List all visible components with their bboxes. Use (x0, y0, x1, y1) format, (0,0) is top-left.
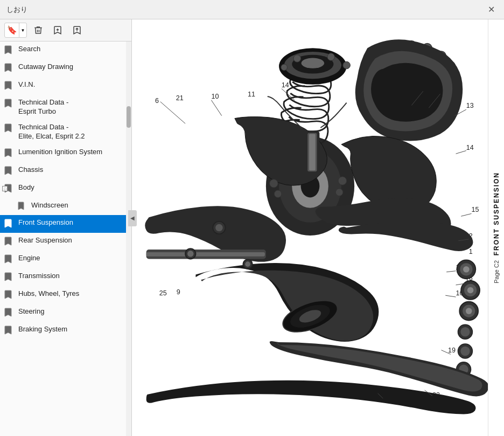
svg-rect-48 (309, 134, 316, 171)
svg-text:9: 9 (177, 288, 180, 296)
nav-item-transmission[interactable]: Transmission (0, 268, 126, 286)
page-label: FRONT SUSPENSION Page C2 (488, 19, 504, 436)
svg-point-75 (338, 177, 346, 185)
title-bar: しおり ✕ (0, 0, 504, 19)
svg-point-66 (466, 308, 472, 314)
bookmark-icon-chassis (4, 166, 15, 177)
page-label-main: FRONT SUSPENSION (493, 172, 500, 255)
content-area: 6 21 10 11 14 3 2 13 14 15 2 1 17 18 16 … (132, 19, 504, 436)
svg-text:15: 15 (472, 206, 479, 214)
bookmark-icon-search (4, 45, 15, 56)
svg-point-57 (245, 261, 250, 267)
nav-item-technical-data-elite[interactable]: Technical Data - Elite, Elcat, Esprit 2.… (0, 120, 126, 144)
close-button[interactable]: ✕ (485, 3, 498, 16)
svg-text:14: 14 (466, 144, 474, 151)
nav-item-text-technical-data-elite: Technical Data - Elite, Elcat, Esprit 2.… (18, 123, 122, 141)
sidebar-collapse-button[interactable]: ◀ (128, 210, 137, 226)
svg-point-53 (215, 224, 223, 232)
nav-item-cutaway-drawing[interactable]: Cutaway Drawing (0, 59, 126, 77)
nav-item-windscreen[interactable]: Windscreen (0, 198, 126, 215)
nav-item-text-body: Body (18, 183, 122, 192)
bookmark-menu-split[interactable]: 🔖 ▼ (4, 23, 27, 38)
nav-item-text-vin: V.I.N. (18, 80, 122, 89)
svg-rect-45 (146, 252, 265, 257)
bookmark-icon-front-suspension (4, 219, 15, 230)
bookmark-icon-vin (4, 81, 15, 92)
main-layout: 🔖 ▼ (0, 19, 504, 436)
nav-item-text-lumenition: Lumenition Ignition System (18, 148, 122, 157)
share-button[interactable] (69, 23, 85, 38)
scrollbar[interactable] (126, 41, 131, 436)
nav-item-text-steering: Steering (18, 307, 122, 316)
bookmark-icon-steering (4, 308, 15, 319)
svg-text:25: 25 (159, 289, 167, 297)
nav-item-text-transmission: Transmission (18, 272, 122, 281)
page-label-sub: Page C2 (493, 260, 500, 283)
nav-item-technical-data-esprit[interactable]: Technical Data - Esprit Turbo (0, 95, 126, 120)
nav-item-text-cutaway-drawing: Cutaway Drawing (18, 63, 122, 72)
bookmark-icon-cutaway-drawing (4, 63, 15, 74)
svg-text:1: 1 (469, 248, 473, 255)
nav-item-text-rear-suspension: Rear Suspension (18, 236, 122, 245)
bookmark-icon-rear-suspension (4, 237, 15, 247)
nav-item-engine[interactable]: Engine (0, 251, 126, 268)
svg-point-36 (281, 64, 288, 71)
page-illustration: 6 21 10 11 14 3 2 13 14 15 2 1 17 18 16 … (132, 19, 504, 436)
bookmark-icon-hubs-wheel-tyres (4, 290, 15, 301)
svg-point-32 (302, 58, 325, 68)
nav-item-text-hubs-wheel-tyres: Hubs, Wheel, Tyres (18, 289, 122, 299)
bookmark-icon-technical-data-elite (4, 123, 15, 134)
suspension-diagram: 6 21 10 11 14 3 2 13 14 15 2 1 17 18 16 … (132, 19, 504, 436)
bookmark-menu-icon[interactable]: 🔖 (5, 23, 19, 37)
svg-text:19: 19 (448, 347, 456, 354)
nav-item-rear-suspension[interactable]: Rear Suspension (0, 233, 126, 251)
bookmark-icon-transmission (4, 272, 15, 283)
delete-button[interactable] (30, 23, 46, 38)
bookmark-icon-windscreen (17, 202, 28, 212)
bookmark-icon-technical-data-esprit (4, 99, 15, 109)
sidebar: 🔖 ▼ (0, 19, 132, 436)
svg-text:10: 10 (211, 93, 219, 100)
bookmark-icon-lumenition (4, 148, 15, 159)
svg-point-35 (343, 61, 351, 69)
nav-item-text-windscreen: Windscreen (31, 201, 122, 210)
bookmark-icon-engine (4, 254, 15, 265)
nav-item-text-search: Search (18, 45, 122, 54)
nav-item-front-suspension[interactable]: Front Suspension (0, 215, 126, 233)
svg-point-34 (327, 53, 335, 61)
svg-text:21: 21 (176, 94, 184, 102)
svg-point-68 (460, 327, 470, 336)
nav-item-text-chassis: Chassis (18, 165, 122, 175)
nav-item-text-technical-data-esprit: Technical Data - Esprit Turbo (18, 98, 122, 116)
nav-item-hubs-wheel-tyres[interactable]: Hubs, Wheel, Tyres (0, 286, 126, 304)
svg-point-60 (463, 266, 470, 273)
nav-item-vin[interactable]: V.I.N. (0, 77, 126, 95)
nav-item-braking-system[interactable]: Braking System (0, 322, 126, 340)
nav-item-text-front-suspension: Front Suspension (18, 218, 122, 227)
svg-text:14: 14 (282, 81, 289, 89)
svg-point-74 (274, 190, 282, 198)
nav-item-lumenition[interactable]: Lumenition Ignition System (0, 144, 126, 162)
svg-point-63 (467, 287, 474, 294)
nav-item-chassis[interactable]: Chassis (0, 162, 126, 180)
bookmark-menu-dropdown[interactable]: ▼ (19, 23, 26, 37)
nav-item-search[interactable]: Search (0, 41, 126, 59)
title-bar-text: しおり (6, 5, 485, 15)
sidebar-toolbar: 🔖 ▼ (0, 19, 131, 41)
svg-point-55 (187, 251, 194, 257)
nav-item-steering[interactable]: Steering (0, 304, 126, 322)
svg-point-70 (460, 347, 470, 356)
svg-point-76 (335, 189, 343, 196)
nav-item-text-braking-system: Braking System (18, 325, 122, 334)
nav-list: SearchCutaway DrawingV.I.N.Technical Dat… (0, 41, 126, 436)
svg-point-33 (293, 55, 301, 63)
svg-point-73 (270, 179, 278, 188)
svg-text:11: 11 (248, 91, 255, 98)
add-bookmark-button[interactable] (50, 23, 66, 38)
nav-item-text-engine: Engine (18, 254, 122, 263)
svg-text:6: 6 (155, 97, 159, 105)
nav-item-body[interactable]: □Body (0, 180, 126, 198)
scrollbar-thumb[interactable] (127, 106, 131, 128)
bookmark-icon-braking-system (4, 326, 15, 336)
expand-indicator-body[interactable]: □ (2, 186, 8, 191)
